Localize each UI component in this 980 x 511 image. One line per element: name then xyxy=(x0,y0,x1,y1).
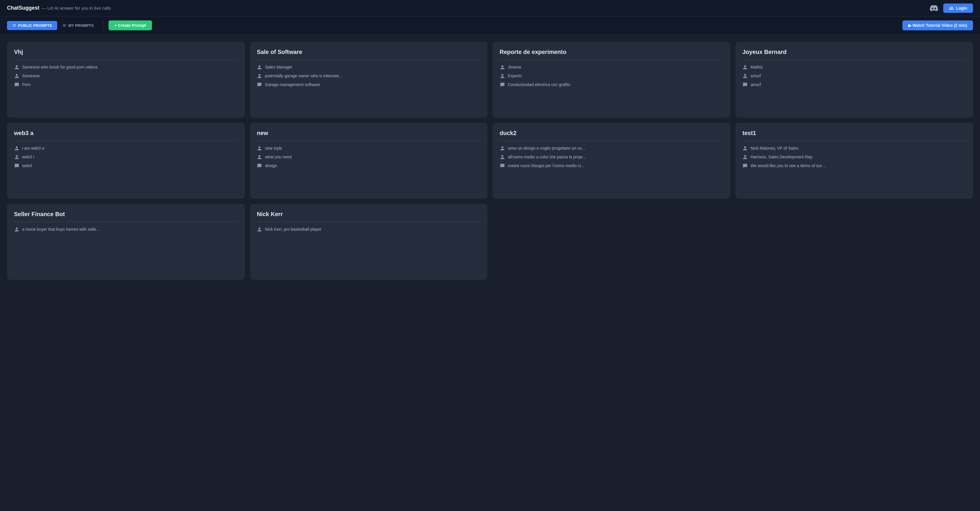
card-chat-row: design xyxy=(257,163,480,168)
prompt-card[interactable]: Vhj Someone who loook for good porn vide… xyxy=(7,42,245,118)
prompt-card[interactable]: duck2 sono un design e voglio progettare… xyxy=(493,123,730,199)
card-person1-row: sono un design e voglio progettare un nu… xyxy=(500,146,723,151)
card-person1-text: sono un design e voglio progettare un nu… xyxy=(508,146,585,151)
my-prompts-tab[interactable]: MY PROMPTS xyxy=(57,21,99,30)
card-person2-text: Harrison, Sales Development Rep xyxy=(751,154,813,159)
toolbar-divider xyxy=(103,21,104,30)
card-person1-text: Nick Kerr, pro basketball player xyxy=(265,227,322,232)
person-icon xyxy=(500,146,505,151)
card-person2-text: Experto xyxy=(508,73,522,78)
public-prompts-tab[interactable]: PUBLIC PROMPTS xyxy=(7,21,57,30)
prompt-card[interactable]: Reporte de experimento Jimena Experto Co… xyxy=(493,42,730,118)
card-title: test1 xyxy=(743,130,966,137)
card-person2-text: all'uomo medio a colui che passa la prop… xyxy=(508,154,586,159)
prompt-card[interactable]: new new style what you need design xyxy=(250,123,488,199)
card-person1-row: new style xyxy=(257,146,480,151)
prompt-card[interactable]: Seller Finance Bot a home buyer that buy… xyxy=(7,204,245,280)
card-title: web3 a xyxy=(14,130,238,137)
card-chat-row: web3 xyxy=(14,163,238,168)
login-button[interactable]: Login xyxy=(943,3,973,13)
card-title: Seller Finance Bot xyxy=(14,211,238,218)
prompt-card[interactable]: test1 Nick Maloney, VP of Sales Harrison… xyxy=(736,123,973,199)
card-person1-row: a home buyer that buys homes with selle.… xyxy=(14,227,238,232)
card-person2-row: all'uomo medio a colui che passa la prop… xyxy=(500,154,723,159)
chat-icon xyxy=(257,82,262,87)
card-chat-row: creare nuovi bisogni per l'uomo medio cr… xyxy=(500,163,723,168)
card-person2-text: smurf xyxy=(751,73,761,78)
header-right: Login xyxy=(929,3,973,13)
chat-icon xyxy=(500,82,505,87)
card-person1-text: Someone who loook for good porn videos xyxy=(22,65,97,69)
person-icon xyxy=(14,146,19,151)
card-person1-row: Sales Manager xyxy=(257,64,480,70)
prompt-card[interactable]: Nick Kerr Nick Kerr, pro basketball play… xyxy=(250,204,488,280)
chat-icon xyxy=(14,163,19,168)
prompt-card[interactable]: Sale of Software Sales Manager potential… xyxy=(250,42,488,118)
card-person2-row: web3 r xyxy=(14,154,238,159)
person-icon xyxy=(14,154,19,159)
card-person1-text: a home buyer that buys homes with selle.… xyxy=(22,227,99,232)
card-person1-row: Nick Maloney, VP of Sales xyxy=(743,146,966,151)
brand-name: ChatSuggest xyxy=(7,5,40,11)
person-icon xyxy=(257,227,262,232)
discord-icon[interactable] xyxy=(929,3,939,13)
card-person2-row: potentially garage owner who is interest… xyxy=(257,73,480,78)
person-icon xyxy=(257,146,262,151)
person-icon xyxy=(743,73,748,78)
card-person1-row: Jimena xyxy=(500,64,723,70)
chat-icon xyxy=(500,163,505,168)
card-person2-row: what you need xyxy=(257,154,480,159)
header-tagline: — Let AI answer for you in live calls xyxy=(42,6,111,11)
person-icon xyxy=(500,64,505,70)
header-left: ChatSuggest — Let AI answer for you in l… xyxy=(7,5,111,11)
toolbar: PUBLIC PROMPTS MY PROMPTS + Create Promp… xyxy=(0,16,980,35)
card-person1-row: Mathis xyxy=(743,64,966,70)
chat-icon xyxy=(14,82,19,87)
card-person2-text: potentially garage owner who is interest… xyxy=(265,73,342,78)
card-person1-row: Someone who loook for good porn videos xyxy=(14,64,238,70)
card-person2-text: Someone xyxy=(22,73,40,78)
chat-icon xyxy=(257,163,262,168)
card-title: Joyeux Bernard xyxy=(743,49,966,56)
person-icon xyxy=(257,64,262,70)
card-divider xyxy=(500,140,723,141)
card-chat-text: We would like you to see a demo of our .… xyxy=(751,163,827,168)
card-person1-row: i am web3 a xyxy=(14,146,238,151)
person-icon xyxy=(14,64,19,70)
card-person1-text: Sales Manager xyxy=(265,65,293,69)
person-icon xyxy=(14,73,19,78)
create-prompt-button[interactable]: + Create Prompt xyxy=(108,21,152,30)
chat-icon xyxy=(743,163,748,168)
card-chat-row: We would like you to see a demo of our .… xyxy=(743,163,966,168)
card-person2-row: Someone xyxy=(14,73,238,78)
card-chat-text: amurf xyxy=(751,82,761,87)
person-icon xyxy=(14,227,19,232)
card-title: Sale of Software xyxy=(257,49,480,56)
card-divider xyxy=(257,140,480,141)
card-divider xyxy=(14,140,238,141)
prompt-card[interactable]: Joyeux Bernard Mathis smurf amurf xyxy=(736,42,973,118)
person-icon xyxy=(500,154,505,159)
card-person1-row: Nick Kerr, pro basketball player xyxy=(257,227,480,232)
card-person2-row: smurf xyxy=(743,73,966,78)
prompt-card[interactable]: web3 a i am web3 a web3 r web3 xyxy=(7,123,245,199)
card-chat-text: creare nuovi bisogni per l'uomo medio cr… xyxy=(508,163,584,168)
person-icon xyxy=(257,73,262,78)
watch-tutorial-button[interactable]: ▶ Watch Tutorial Video (2 min) xyxy=(902,21,973,30)
card-person1-text: Nick Maloney, VP of Sales xyxy=(751,146,799,151)
card-person2-text: web3 r xyxy=(22,154,34,159)
person-icon xyxy=(500,73,505,78)
card-title: Vhj xyxy=(14,49,238,56)
card-person1-text: i am web3 a xyxy=(22,146,44,151)
card-person1-text: Mathis xyxy=(751,65,763,69)
person-icon xyxy=(743,154,748,159)
card-chat-row: Garage management software xyxy=(257,82,480,87)
card-divider xyxy=(14,59,238,60)
person-icon xyxy=(257,154,262,159)
card-divider xyxy=(743,140,966,141)
person-icon xyxy=(743,146,748,151)
card-title: new xyxy=(257,130,480,137)
prompt-grid: Vhj Someone who loook for good porn vide… xyxy=(0,35,980,287)
card-chat-row: Conductividad electrica con grafito xyxy=(500,82,723,87)
card-chat-text: web3 xyxy=(22,163,32,168)
